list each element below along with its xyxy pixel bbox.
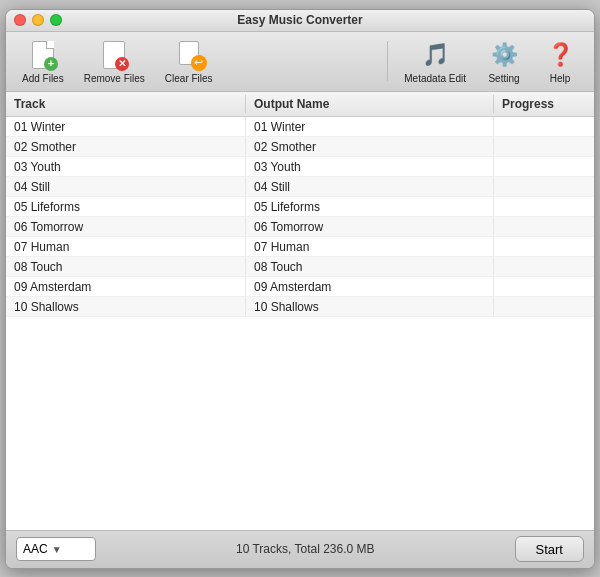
cell-output: 08 Touch	[246, 257, 494, 276]
cell-output: 05 Lifeforms	[246, 197, 494, 216]
cell-output: 09 Amsterdam	[246, 277, 494, 296]
cell-track: 04 Still	[6, 177, 246, 196]
cell-track: 06 Tomorrow	[6, 217, 246, 236]
cell-progress	[494, 137, 594, 156]
cell-track: 01 Winter	[6, 117, 246, 136]
cell-track: 10 Shallows	[6, 297, 246, 316]
cell-track: 09 Amsterdam	[6, 277, 246, 296]
cell-progress	[494, 217, 594, 236]
remove-files-label: Remove Files	[84, 73, 145, 84]
setting-icon-area: ⚙️	[488, 39, 520, 71]
remove-files-button[interactable]: ✕ Remove Files	[76, 35, 153, 88]
setting-label: Setting	[488, 73, 519, 84]
cell-progress	[494, 177, 594, 196]
cell-progress	[494, 157, 594, 176]
cell-track: 03 Youth	[6, 157, 246, 176]
clear-files-icon: ↩	[177, 41, 201, 69]
cell-track: 05 Lifeforms	[6, 197, 246, 216]
table-row[interactable]: 08 Touch08 Touch	[6, 257, 594, 277]
cell-output: 06 Tomorrow	[246, 217, 494, 236]
metadata-edit-icon: 🎵	[422, 44, 449, 66]
table-row[interactable]: 10 Shallows10 Shallows	[6, 297, 594, 317]
cell-progress	[494, 117, 594, 136]
cell-output: 04 Still	[246, 177, 494, 196]
clear-files-icon-area: ↩	[173, 39, 205, 71]
main-window: Easy Music Converter + Add Files	[5, 9, 595, 569]
format-value: AAC	[23, 542, 48, 556]
add-files-icon: +	[32, 41, 54, 69]
add-files-button[interactable]: + Add Files	[14, 35, 72, 88]
toolbar-separator	[387, 41, 388, 81]
cell-progress	[494, 297, 594, 316]
cell-output: 10 Shallows	[246, 297, 494, 316]
col-output-header: Output Name	[246, 95, 494, 113]
table-row[interactable]: 05 Lifeforms05 Lifeforms	[6, 197, 594, 217]
cell-output: 03 Youth	[246, 157, 494, 176]
table-body: 01 Winter01 Winter02 Smother02 Smother03…	[6, 117, 594, 530]
arrow-badge-icon: ↩	[191, 55, 207, 71]
cell-track: 02 Smother	[6, 137, 246, 156]
status-bar: AAC ▼ 10 Tracks, Total 236.0 MB Start	[6, 530, 594, 568]
cell-progress	[494, 277, 594, 296]
help-icon: ❓	[547, 44, 574, 66]
remove-files-icon-area: ✕	[98, 39, 130, 71]
add-files-label: Add Files	[22, 73, 64, 84]
cell-output: 07 Human	[246, 237, 494, 256]
col-progress-header: Progress	[494, 95, 594, 113]
help-icon-area: ❓	[544, 39, 576, 71]
table-header: Track Output Name Progress	[6, 92, 594, 117]
table-row[interactable]: 02 Smother02 Smother	[6, 137, 594, 157]
toolbar-left-group: + Add Files ✕ Remove Files	[14, 35, 379, 88]
remove-files-icon: ✕	[103, 41, 125, 69]
traffic-lights	[14, 14, 62, 26]
cell-progress	[494, 197, 594, 216]
minimize-button[interactable]	[32, 14, 44, 26]
close-button[interactable]	[14, 14, 26, 26]
toolbar-right-group: 🎵 Metadata Edit ⚙️ Setting ❓ Help	[396, 35, 586, 88]
metadata-edit-label: Metadata Edit	[404, 73, 466, 84]
clear-files-label: Clear Files	[165, 73, 213, 84]
setting-button[interactable]: ⚙️ Setting	[478, 35, 530, 88]
table-row[interactable]: 09 Amsterdam09 Amsterdam	[6, 277, 594, 297]
window-title: Easy Music Converter	[237, 13, 362, 27]
status-text: 10 Tracks, Total 236.0 MB	[106, 542, 505, 556]
help-button[interactable]: ❓ Help	[534, 35, 586, 88]
cell-output: 01 Winter	[246, 117, 494, 136]
cell-track: 07 Human	[6, 237, 246, 256]
table-row[interactable]: 03 Youth03 Youth	[6, 157, 594, 177]
table-area: Track Output Name Progress 01 Winter01 W…	[6, 92, 594, 530]
col-track-header: Track	[6, 95, 246, 113]
add-files-icon-area: +	[27, 39, 59, 71]
help-label: Help	[550, 73, 571, 84]
table-row[interactable]: 01 Winter01 Winter	[6, 117, 594, 137]
toolbar: + Add Files ✕ Remove Files	[6, 32, 594, 92]
x-badge-icon: ✕	[115, 57, 129, 71]
table-row[interactable]: 06 Tomorrow06 Tomorrow	[6, 217, 594, 237]
cell-progress	[494, 237, 594, 256]
table-row[interactable]: 04 Still04 Still	[6, 177, 594, 197]
gear-icon: ⚙️	[491, 44, 518, 66]
format-select[interactable]: AAC ▼	[16, 537, 96, 561]
clear-files-button[interactable]: ↩ Clear Files	[157, 35, 221, 88]
chevron-down-icon: ▼	[52, 544, 62, 555]
start-button[interactable]: Start	[515, 536, 584, 562]
table-row[interactable]: 07 Human07 Human	[6, 237, 594, 257]
cell-output: 02 Smother	[246, 137, 494, 156]
title-bar: Easy Music Converter	[6, 10, 594, 32]
cell-track: 08 Touch	[6, 257, 246, 276]
maximize-button[interactable]	[50, 14, 62, 26]
cell-progress	[494, 257, 594, 276]
metadata-edit-button[interactable]: 🎵 Metadata Edit	[396, 35, 474, 88]
metadata-icon-area: 🎵	[419, 39, 451, 71]
plus-badge-icon: +	[44, 57, 58, 71]
